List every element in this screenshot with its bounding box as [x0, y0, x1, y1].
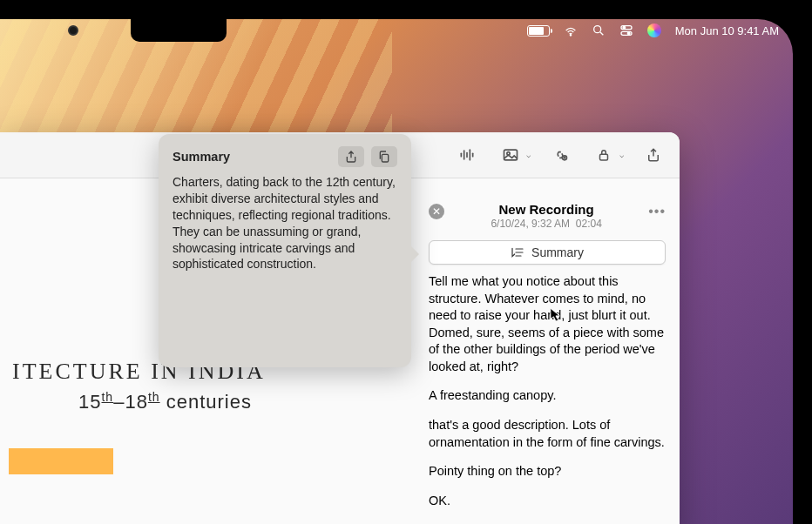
audio-waveform-icon[interactable]	[453, 144, 481, 166]
popover-body: Charters, dating back to the 12th centur…	[173, 174, 397, 272]
transcript-paragraph: OK.	[429, 493, 666, 510]
siri-icon[interactable]	[647, 24, 661, 37]
share-icon	[344, 150, 358, 164]
recording-title: New Recording	[444, 202, 648, 217]
chevron-down-icon: ⌵	[619, 151, 624, 159]
link-icon[interactable]	[546, 144, 574, 166]
transcript-paragraph: that's a good description. Lots of ornam…	[429, 417, 666, 451]
popover-share-button[interactable]	[338, 146, 364, 167]
svg-point-5	[623, 26, 626, 29]
menubar: Mon Jun 10 9:41 AM	[0, 19, 793, 42]
svg-point-1	[593, 26, 600, 33]
spotlight-icon[interactable]	[592, 24, 606, 37]
svg-line-2	[600, 32, 603, 35]
share-icon[interactable]	[639, 144, 667, 166]
svg-rect-17	[600, 154, 608, 160]
more-icon[interactable]: •••	[648, 204, 666, 219]
transcript-paragraph: A freestanding canopy.	[429, 387, 666, 405]
handwriting-line-2: 15th–18th centuries	[78, 390, 392, 413]
recording-meta: 6/10/24, 9:32 AM 02:04	[444, 218, 648, 230]
summary-button-label: Summary	[531, 245, 584, 259]
summary-popover: Summary Charters, dating back to the 12t…	[159, 134, 411, 367]
close-icon[interactable]: ✕	[429, 204, 444, 219]
popover-title: Summary	[173, 150, 230, 164]
chevron-down-icon: ⌵	[526, 151, 531, 159]
photo-icon	[497, 144, 524, 166]
copy-icon	[377, 150, 391, 164]
svg-rect-12	[504, 150, 518, 160]
transcript-paragraph: Tell me what you notice about this struc…	[429, 273, 666, 375]
battery-icon[interactable]	[527, 25, 550, 37]
control-center-icon[interactable]	[619, 24, 633, 37]
transcript-paragraph: Pointy thing on the top?	[429, 463, 666, 480]
summary-button[interactable]: Summary	[429, 240, 666, 265]
popover-copy-button[interactable]	[371, 146, 397, 167]
svg-rect-21	[382, 154, 388, 162]
lock-icon	[590, 144, 618, 166]
handwritten-note: ITECTURE IN INDIA 15th–18th centuries	[0, 350, 401, 524]
media-button[interactable]: ⌵	[497, 144, 531, 166]
svg-point-6	[627, 32, 630, 35]
highlight-swatch	[9, 448, 113, 474]
cursor-pointer-icon	[550, 307, 562, 326]
recording-panel: ✕ New Recording 6/10/24, 9:32 AM 02:04 •…	[427, 197, 667, 524]
transcript-body[interactable]: Tell me what you notice about this struc…	[427, 273, 667, 521]
wifi-icon[interactable]	[564, 24, 578, 37]
svg-point-0	[570, 35, 571, 36]
lock-button[interactable]: ⌵	[590, 144, 624, 166]
summary-glyph-icon	[511, 246, 524, 259]
menubar-datetime[interactable]: Mon Jun 10 9:41 AM	[675, 24, 779, 37]
